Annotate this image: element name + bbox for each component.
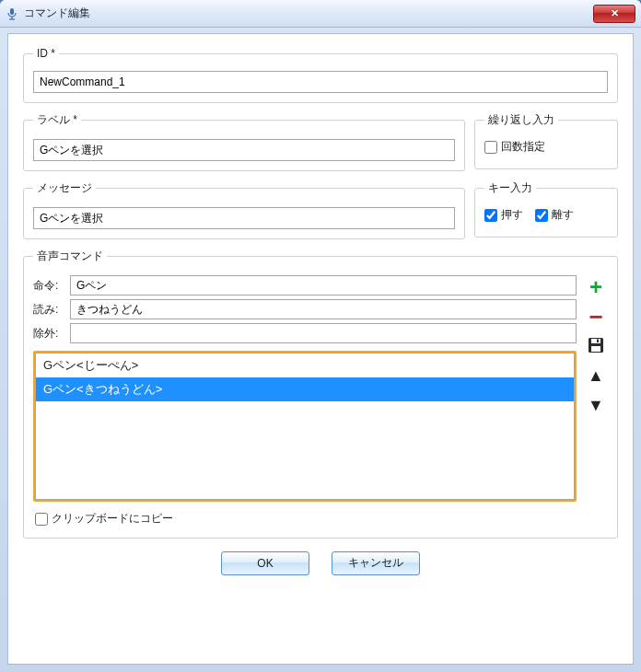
key-release-label: 離す bbox=[552, 207, 574, 223]
window-title: コマンド編集 bbox=[24, 6, 90, 21]
command-input[interactable] bbox=[70, 275, 577, 295]
add-button[interactable]: + bbox=[586, 277, 606, 297]
footer: OK キャンセル bbox=[23, 551, 618, 575]
command-label: 命令: bbox=[33, 278, 70, 294]
mic-icon bbox=[6, 7, 18, 20]
id-group: ID * bbox=[23, 47, 618, 103]
list-item[interactable]: Gペン<きつねうどん> bbox=[36, 377, 574, 401]
key-legend: キー入力 bbox=[484, 180, 536, 196]
message-legend: メッセージ bbox=[33, 180, 96, 196]
repeat-count-checkbox[interactable] bbox=[484, 141, 497, 154]
close-icon: ✕ bbox=[611, 7, 619, 19]
move-down-button[interactable]: ▼ bbox=[586, 395, 606, 415]
clipboard-checkbox[interactable] bbox=[35, 513, 48, 526]
client-area: ID * ラベル * 繰り返し入力 回数指定 bbox=[7, 33, 634, 665]
dialog-window: コマンド編集 ✕ ID * ラベル * bbox=[0, 0, 641, 672]
key-group: キー入力 押す 離す bbox=[474, 180, 618, 238]
key-press-row[interactable]: 押す bbox=[484, 207, 523, 223]
label-legend: ラベル * bbox=[33, 112, 81, 128]
key-release-row[interactable]: 離す bbox=[535, 207, 574, 223]
list-item[interactable]: Gペン<じーぺん> bbox=[36, 353, 574, 377]
ok-button[interactable]: OK bbox=[221, 551, 309, 575]
repeat-group: 繰り返し入力 回数指定 bbox=[474, 112, 618, 169]
cancel-button[interactable]: キャンセル bbox=[332, 551, 420, 575]
exclude-input[interactable] bbox=[70, 323, 577, 343]
voice-legend: 音声コマンド bbox=[33, 249, 107, 264]
exclude-label: 除外: bbox=[33, 326, 70, 342]
title-bar: コマンド編集 ✕ bbox=[0, 0, 641, 28]
label-input[interactable] bbox=[33, 139, 455, 161]
message-input[interactable] bbox=[33, 207, 455, 229]
voice-list[interactable]: Gペン<じーぺん>Gペン<きつねうどん> bbox=[35, 353, 575, 500]
key-release-checkbox[interactable] bbox=[535, 209, 548, 222]
move-up-button[interactable]: ▲ bbox=[586, 365, 606, 386]
plus-icon: + bbox=[589, 276, 602, 298]
save-button[interactable] bbox=[586, 336, 606, 356]
id-legend: ID * bbox=[33, 47, 59, 60]
close-button[interactable]: ✕ bbox=[593, 5, 635, 23]
key-press-label: 押す bbox=[501, 207, 523, 223]
message-group: メッセージ bbox=[23, 180, 465, 239]
svg-rect-5 bbox=[591, 346, 600, 352]
svg-rect-4 bbox=[591, 339, 600, 343]
voice-command-group: 音声コマンド 命令: 読み: 除外: bbox=[23, 249, 618, 539]
voice-list-highlight: Gペン<じーぺん>Gペン<きつねうどん> bbox=[33, 351, 577, 502]
key-press-checkbox[interactable] bbox=[484, 209, 497, 222]
save-icon bbox=[587, 336, 605, 357]
minus-icon: − bbox=[589, 305, 602, 329]
repeat-count-label: 回数指定 bbox=[501, 139, 545, 155]
clipboard-label: クリップボードにコピー bbox=[52, 511, 173, 527]
clipboard-row[interactable]: クリップボードにコピー bbox=[35, 511, 173, 527]
remove-button[interactable]: − bbox=[586, 307, 606, 327]
svg-rect-6 bbox=[597, 339, 599, 342]
repeat-legend: 繰り返し入力 bbox=[484, 112, 558, 128]
repeat-count-checkbox-row[interactable]: 回数指定 bbox=[484, 139, 545, 155]
reading-label: 読み: bbox=[33, 302, 70, 318]
reading-input[interactable] bbox=[70, 299, 577, 319]
label-group: ラベル * bbox=[23, 112, 465, 171]
arrow-up-icon: ▲ bbox=[588, 366, 604, 386]
svg-rect-0 bbox=[10, 8, 14, 15]
id-input[interactable] bbox=[33, 71, 608, 93]
arrow-down-icon: ▼ bbox=[588, 396, 604, 415]
